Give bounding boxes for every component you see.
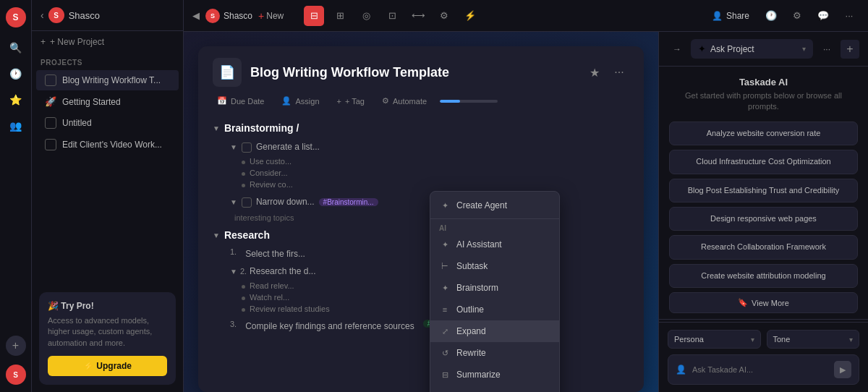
view-more-button[interactable]: 🔖 View More	[669, 292, 858, 313]
plus-icon: +	[258, 10, 264, 22]
panel-more-button[interactable]: ···	[817, 40, 836, 59]
add-workspace-btn[interactable]: +	[6, 336, 26, 356]
main-area: ◀ S Shasco + New ⊟ ⊞ ◎ ⊡ ⟷ ⚙ ⚡ 👤 Share 🕐…	[184, 0, 868, 392]
prompt-text: Cloud Infrastructure Cost Optimization	[696, 157, 830, 166]
prompt-text: Blog Post Establishing Trust and Credibi…	[688, 186, 840, 195]
ai-title: Taskade AI	[669, 77, 858, 88]
project-name: Blog Writing Workflow T...	[62, 75, 161, 85]
toolbar-icon-5[interactable]: ⟷	[408, 6, 428, 26]
try-pro-description: Access to advanced models, higher usage,…	[48, 315, 167, 349]
prompt-design-web[interactable]: Design responsive web pages	[669, 207, 858, 231]
sidebar-item-getting-started[interactable]: 🚀 Getting Started	[36, 92, 179, 111]
expand-icon: ⤢	[439, 325, 451, 337]
topbar-username: Shasco	[224, 11, 252, 21]
view-more-label: View More	[752, 299, 789, 307]
back-button[interactable]: ‹	[41, 9, 44, 21]
settings-btn[interactable]: ⚙	[787, 6, 807, 26]
brainstorm-icon: ✦	[439, 282, 451, 294]
ctx-brainstorm-label: Brainstorm	[456, 283, 498, 293]
new-project-label: + New Project	[50, 37, 104, 47]
prompt-text: Research Collaboration Framework	[701, 242, 826, 251]
context-menu-overlay[interactable]	[184, 32, 658, 392]
new-button[interactable]: + New	[258, 10, 284, 22]
workspace-avatar[interactable]: S	[6, 365, 26, 385]
user-avatar-icon[interactable]: S	[6, 7, 26, 27]
more-btn[interactable]: ···	[839, 6, 859, 26]
outline-icon: ≡	[439, 304, 451, 315]
toolbar-icon-7[interactable]: ⚡	[460, 6, 480, 26]
ctx-summarize-label: Summarize	[456, 370, 501, 380]
bookmark-icon: 🔖	[738, 298, 748, 307]
ai-assistant-icon: ✦	[439, 239, 451, 250]
toolbar-icon-3[interactable]: ◎	[356, 6, 376, 26]
ask-project-label: Ask Project	[710, 44, 754, 54]
new-label: New	[266, 11, 284, 21]
panel-add-button[interactable]: +	[841, 40, 859, 59]
doc-area: 📄 Blog Writing Workflow Template ★ ··· 📅…	[184, 32, 658, 392]
upgrade-button[interactable]: ⚡ Upgrade	[48, 356, 167, 376]
prompt-analyze-conversion[interactable]: Analyze website conversion rate	[669, 122, 858, 145]
try-pro-box: 🎉 Try Pro! Access to advanced models, hi…	[39, 292, 176, 385]
history-btn[interactable]: 🕐	[761, 6, 781, 26]
ctx-summarize[interactable]: ⊟ Summarize	[430, 364, 559, 385]
toolbar-icon-4[interactable]: ⊡	[382, 6, 402, 26]
ctx-subtask[interactable]: ⊢ Subtask	[430, 255, 559, 277]
project-icon	[45, 117, 56, 129]
project-name: Getting Started	[62, 97, 121, 107]
top-bar: ◀ S Shasco + New ⊟ ⊞ ◎ ⊡ ⟷ ⚙ ⚡ 👤 Share 🕐…	[184, 0, 868, 32]
sidebar-collapse-btn[interactable]: ◀	[192, 10, 200, 21]
persona-chevron-icon: ▾	[751, 336, 754, 344]
ctx-ai-assistant-label: AI Assistant	[456, 239, 502, 250]
recent-icon-btn[interactable]: 🕐	[4, 62, 27, 85]
share-button[interactable]: 👤 Share	[706, 8, 755, 24]
project-name: Untitled	[62, 118, 92, 128]
ctx-expand-label: Expand	[456, 326, 486, 336]
summarize-icon: ⊟	[439, 369, 451, 380]
toolbar-icon-2[interactable]: ⊞	[330, 6, 350, 26]
sidebar-item-edit-client[interactable]: Edit Client's Video Work...	[36, 135, 179, 155]
share-label: Share	[726, 11, 749, 21]
ctx-ask[interactable]: ? Ask	[430, 385, 559, 392]
prompt-research-collab[interactable]: Research Collaboration Framework	[669, 235, 858, 259]
toolbar-icon-6[interactable]: ⚙	[434, 6, 454, 26]
ctx-outline[interactable]: ≡ Outline	[430, 299, 559, 320]
prompt-cloud-infrastructure[interactable]: Cloud Infrastructure Cost Optimization	[669, 150, 858, 174]
persona-tone-row: Persona ▾ Tone ▾	[668, 330, 859, 349]
project-icon	[45, 139, 56, 150]
notifications-btn[interactable]: 💬	[813, 6, 833, 26]
ask-project-button[interactable]: ✦ Ask Project ▾	[691, 39, 813, 59]
right-panel-header: → ✦ Ask Project ▾ ··· +	[659, 32, 868, 67]
prompt-blog-post-trust[interactable]: Blog Post Establishing Trust and Credibi…	[669, 179, 858, 203]
project-name: Edit Client's Video Work...	[62, 140, 162, 150]
panel-collapse-button[interactable]: →	[668, 40, 686, 59]
ai-section: Taskade AI Get started with prompts belo…	[659, 67, 868, 320]
persona-label: Persona	[674, 335, 704, 344]
search-icon-btn[interactable]: 🔍	[4, 36, 27, 59]
toolbar-icon-red[interactable]: ⊟	[304, 6, 324, 26]
new-project-icon: +	[41, 37, 46, 47]
ctx-ai-assistant[interactable]: ✦ AI Assistant	[430, 234, 559, 255]
ai-input-field[interactable]	[692, 365, 828, 374]
icon-sidebar: S 🔍 🕐 ⭐ 👥 + S	[0, 0, 32, 392]
ctx-create-agent[interactable]: ✦ Create Agent	[430, 195, 559, 216]
ask-project-icon: ✦	[698, 43, 706, 54]
new-project-button[interactable]: + + New Project	[32, 31, 183, 53]
ai-bottom-bar: Persona ▾ Tone ▾ 👤 ▶	[659, 322, 868, 392]
try-pro-title: 🎉 Try Pro!	[48, 301, 167, 311]
ctx-expand[interactable]: ⤢ Expand	[430, 320, 559, 342]
ctx-rewrite[interactable]: ↺ Rewrite	[430, 342, 559, 364]
ai-send-button[interactable]: ▶	[834, 361, 851, 378]
ctx-ai-label: AI	[430, 221, 559, 234]
prompt-attribution-modeling[interactable]: Create website attribution modeling	[669, 264, 858, 288]
ctx-brainstorm[interactable]: ✦ Brainstorm	[430, 277, 559, 299]
sidebar-item-blog-writing[interactable]: Blog Writing Workflow T...	[36, 70, 179, 90]
ctx-outline-label: Outline	[456, 304, 484, 315]
tone-label: Tone	[773, 335, 791, 344]
prompt-text: Analyze website conversion rate	[707, 129, 821, 137]
persona-select[interactable]: Persona ▾	[668, 330, 761, 349]
tone-select[interactable]: Tone ▾	[767, 330, 860, 349]
members-icon-btn[interactable]: 👥	[4, 114, 27, 137]
ai-input-row: 👤 ▶	[668, 354, 859, 385]
sidebar-item-untitled[interactable]: Untitled	[36, 113, 179, 133]
favorites-icon-btn[interactable]: ⭐	[4, 88, 27, 111]
